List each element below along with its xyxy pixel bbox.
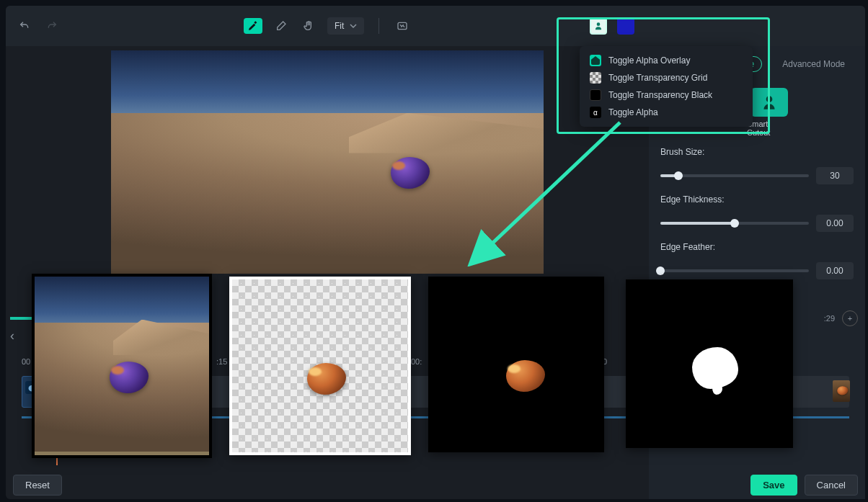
zoom-fit-select[interactable]: Fit <box>327 17 364 35</box>
edge-thickness-label: Edge Thickness: <box>660 194 854 205</box>
zoom-fit-label: Fit <box>335 21 344 31</box>
example-transparency-grid <box>229 277 411 455</box>
brush-size-value[interactable]: 30 <box>816 167 854 184</box>
tab-advanced-mode[interactable]: Advanced Mode <box>775 57 852 71</box>
dropdown-item-transparency-black[interactable]: Toggle Transparency Black <box>580 86 753 104</box>
edge-thickness-value[interactable]: 0.00 <box>816 215 854 232</box>
ruler-tick: 00 <box>22 357 30 366</box>
chevron-down-icon <box>350 22 357 30</box>
edge-feather-slider[interactable] <box>660 269 809 272</box>
transparency-black-swatch-icon <box>590 89 601 101</box>
person-silhouette-icon <box>593 21 603 31</box>
alpha-swatch-icon: α <box>590 107 601 118</box>
zoom-in-button[interactable]: + <box>842 310 858 326</box>
smart-cutout-label: Smart Cutout <box>747 120 792 137</box>
dropdown-label: Toggle Transparency Grid <box>608 73 707 83</box>
brush-size-slider[interactable] <box>660 174 809 177</box>
redo-icon[interactable] <box>43 17 61 35</box>
dropdown-item-alpha[interactable]: α Toggle Alpha <box>580 104 753 121</box>
ruler-tick: :15 <box>216 357 227 366</box>
smart-cutout-icon <box>750 88 788 117</box>
smart-brush-tool-icon[interactable] <box>244 18 262 34</box>
dropdown-item-transparency-grid[interactable]: Toggle Transparency Grid <box>580 69 753 86</box>
toolbar-divider <box>378 18 379 34</box>
overlay-color-swatch[interactable] <box>617 17 634 35</box>
ruler-tick: 00: <box>411 357 422 366</box>
edge-thickness-slider[interactable] <box>660 222 809 225</box>
preview-canvas[interactable] <box>111 50 544 274</box>
dialog-footer: Reset Save Cancel <box>6 470 865 499</box>
timeline-duration: :29 <box>824 314 835 323</box>
edge-feather-value[interactable]: 0.00 <box>816 262 854 279</box>
example-alpha-overlay <box>32 274 212 458</box>
chevron-left-icon: ‹ <box>10 328 14 343</box>
dropdown-label: Toggle Alpha Overlay <box>608 55 690 66</box>
top-toolbar: Fit <box>6 6 865 46</box>
edge-feather-label: Edge Feather: <box>660 242 854 252</box>
alpha-overlay-swatch-icon <box>590 55 601 66</box>
timeline-nav-left[interactable]: ‹ <box>10 328 27 350</box>
dropdown-label: Toggle Transparency Black <box>608 90 712 100</box>
hand-tool-icon[interactable] <box>300 17 317 35</box>
overlay-mode-dropdown: Toggle Alpha Overlay Toggle Transparency… <box>580 46 753 127</box>
cancel-button[interactable]: Cancel <box>805 475 858 496</box>
example-transparency-black <box>428 277 604 452</box>
timeline-progress-indicator <box>10 317 32 320</box>
overlay-mode-button[interactable] <box>590 17 607 35</box>
preview-subject <box>385 151 435 194</box>
transparency-grid-swatch-icon <box>590 72 601 84</box>
dropdown-label: Toggle Alpha <box>608 107 658 117</box>
save-button[interactable]: Save <box>750 475 797 496</box>
dropdown-item-alpha-overlay[interactable]: Toggle Alpha Overlay <box>580 52 753 69</box>
brush-size-label: Brush Size: <box>660 147 854 157</box>
clip-thumbnail <box>833 380 850 402</box>
smart-cutout-tool[interactable]: Smart Cutout <box>747 88 792 137</box>
reset-button[interactable]: Reset <box>13 475 62 496</box>
undo-icon[interactable] <box>16 17 33 35</box>
compare-toggle-icon[interactable] <box>394 17 411 35</box>
example-alpha-matte <box>626 279 793 448</box>
eraser-tool-icon[interactable] <box>273 17 290 35</box>
